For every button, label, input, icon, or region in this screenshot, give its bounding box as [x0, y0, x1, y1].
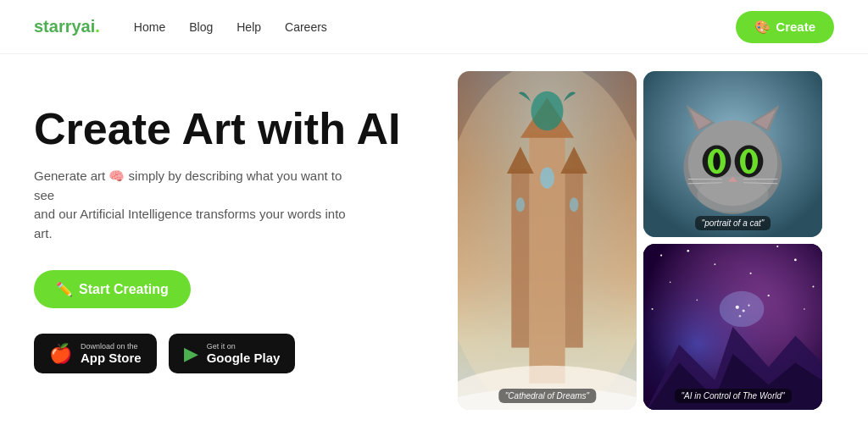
- nav-links: Home Blog Help Careers: [134, 19, 327, 35]
- space-caption: "AI in Control of The World": [674, 389, 791, 403]
- svg-point-46: [652, 308, 654, 310]
- hero-subtitle-line1: Generate art 🧠 simply by describing what…: [34, 169, 342, 202]
- gallery-image-space: "AI in Control of The World": [643, 244, 822, 410]
- app-store-download-label: Download on the: [81, 342, 142, 351]
- svg-point-10: [570, 197, 579, 212]
- cat-caption: "portrait of a cat": [695, 216, 771, 230]
- svg-point-54: [739, 315, 742, 318]
- nav-home[interactable]: Home: [134, 20, 165, 34]
- store-buttons: 🍎 Download on the App Store ▶ Get it on …: [34, 334, 458, 373]
- cathedral-caption: "Cathedral of Dreams": [498, 389, 596, 403]
- hero-subtitle-line2: and our Artificial Intelligence transfor…: [34, 207, 346, 240]
- svg-point-45: [768, 295, 770, 296]
- pencil-icon: ✏️: [56, 281, 73, 297]
- nav-careers[interactable]: Careers: [285, 20, 327, 34]
- svg-point-53: [748, 305, 749, 307]
- svg-point-52: [743, 309, 745, 312]
- svg-point-13: [531, 91, 564, 130]
- app-store-button[interactable]: 🍎 Download on the App Store: [34, 334, 157, 373]
- start-creating-button[interactable]: ✏️ Start Creating: [34, 270, 191, 308]
- apple-icon: 🍎: [49, 343, 72, 365]
- svg-point-26: [745, 152, 752, 170]
- svg-point-43: [813, 286, 815, 288]
- svg-point-42: [750, 273, 752, 274]
- svg-point-37: [687, 250, 689, 252]
- app-store-name: App Store: [81, 351, 142, 365]
- app-store-text: Download on the App Store: [81, 342, 142, 365]
- svg-point-38: [715, 263, 716, 265]
- hero-section: Create Art with AI Generate art 🧠 simply…: [0, 54, 868, 442]
- svg-rect-6: [565, 169, 583, 348]
- gallery: "Cathedral of Dreams": [458, 71, 822, 410]
- google-play-name: Google Play: [207, 351, 281, 365]
- gallery-image-cathedral: "Cathedral of Dreams": [458, 71, 637, 410]
- svg-point-50: [720, 291, 765, 327]
- hero-content: Create Art with AI Generate art 🧠 simply…: [34, 80, 458, 373]
- logo-text: starryai: [34, 17, 95, 36]
- create-button[interactable]: 🎨 Create: [736, 11, 834, 43]
- gallery-image-cat: "portrait of a cat": [643, 71, 822, 237]
- create-label: Create: [776, 19, 815, 34]
- nav-blog[interactable]: Blog: [189, 20, 213, 34]
- svg-point-9: [516, 197, 526, 212]
- svg-point-25: [713, 152, 720, 170]
- svg-point-47: [804, 308, 804, 309]
- hero-title: Create Art with AI: [34, 105, 458, 153]
- google-play-button[interactable]: ▶ Get it on Google Play: [169, 334, 296, 373]
- svg-point-39: [776, 246, 778, 247]
- logo-dot: .: [95, 17, 100, 36]
- nav-help[interactable]: Help: [236, 20, 261, 34]
- logo[interactable]: starryai.: [34, 17, 100, 36]
- svg-point-36: [660, 255, 662, 257]
- start-creating-label: Start Creating: [79, 282, 169, 297]
- svg-point-41: [670, 282, 670, 283]
- svg-point-40: [794, 259, 797, 262]
- svg-point-8: [540, 167, 554, 188]
- hero-subtitle: Generate art 🧠 simply by describing what…: [34, 167, 348, 243]
- svg-point-51: [736, 306, 739, 309]
- svg-point-44: [696, 300, 698, 301]
- google-play-download-label: Get it on: [207, 342, 281, 351]
- navbar: starryai. Home Blog Help Careers 🎨 Creat…: [0, 0, 868, 54]
- create-icon: 🎨: [754, 19, 771, 35]
- google-play-text: Get it on Google Play: [207, 342, 281, 365]
- svg-point-32: [697, 176, 768, 212]
- play-icon: ▶: [184, 343, 198, 365]
- svg-rect-4: [511, 169, 529, 348]
